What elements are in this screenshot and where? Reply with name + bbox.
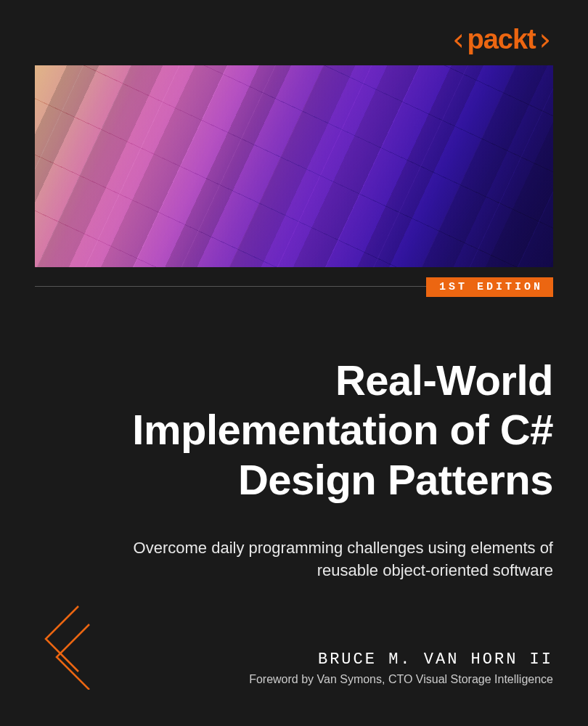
author-name: BRUCE M. VAN HORN II: [249, 650, 553, 669]
angle-bracket-right-icon: ›: [536, 22, 553, 57]
book-title: Real-World Implementation of C# Design P…: [35, 356, 553, 505]
author-block: BRUCE M. VAN HORN II Foreword by Van Sym…: [249, 650, 553, 686]
edition-badge: 1ST EDITION: [426, 277, 553, 297]
publisher-logo: ‹packt›: [449, 22, 553, 57]
book-subtitle: Overcome daily programming challenges us…: [131, 537, 553, 582]
angle-bracket-left-icon: ‹: [449, 22, 467, 57]
cover-hero-image: [35, 65, 553, 267]
chevron-decoration-icon: [35, 603, 93, 690]
foreword-credit: Foreword by Van Symons, CTO Visual Stora…: [249, 673, 553, 686]
publisher-name: packt: [467, 24, 535, 55]
